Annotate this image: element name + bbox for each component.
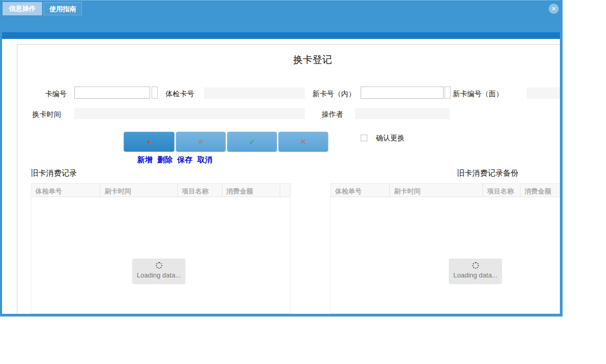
col-item-name[interactable]: 项目名称 [483, 184, 520, 197]
delete-button[interactable]: = [176, 132, 226, 152]
col-amount[interactable]: 消费金额 [520, 184, 562, 197]
table-header-row: 体检单号 刷卡时间 项目名称 消费金额 [31, 184, 290, 197]
minus-icon: = [199, 137, 203, 146]
exam-card-field [204, 88, 305, 99]
cancel-button[interactable]: ✕ [278, 132, 328, 152]
col-amount[interactable]: 消费金额 [222, 184, 280, 197]
col-spacer [280, 184, 290, 197]
add-button[interactable]: + [123, 132, 175, 152]
confirm-replace-checkbox[interactable] [361, 135, 367, 141]
dialog-bottom-border [0, 314, 562, 316]
page-title: 换卡登记 [41, 53, 562, 67]
check-icon: ✓ [249, 137, 256, 146]
close-icon[interactable]: ✕ [549, 4, 559, 14]
card-no-attach-box[interactable] [152, 87, 158, 99]
change-time-field [74, 108, 305, 119]
plus-icon: + [147, 137, 152, 146]
change-time-label: 换卡时间 [32, 110, 61, 119]
col-swipe-time[interactable]: 刷卡时间 [100, 184, 178, 197]
col-exam-order-no[interactable]: 体检单号 [331, 184, 390, 197]
new-card-internal-input[interactable] [361, 87, 444, 99]
tab-user-guide[interactable]: 使用指南 [44, 2, 82, 15]
save-link[interactable]: 保存 [177, 155, 193, 164]
card-replacement-dialog: 换卡录入 ✕ 信息操作 使用指南 换卡登记 卡编号 体检卡号 新卡号（内） 新卡… [0, 0, 562, 316]
col-swipe-time[interactable]: 刷卡时间 [390, 184, 483, 197]
dialog-left-border [0, 0, 2, 316]
loading-indicator: Loading data... [449, 259, 502, 284]
dialog-titlebar [0, 0, 562, 17]
tab-underline-band [0, 32, 562, 39]
dialog-right-border [560, 0, 562, 316]
loading-text: Loading data... [449, 271, 502, 279]
loading-indicator: Loading data... [132, 259, 185, 284]
table-header-row: 体检单号 刷卡时间 项目名称 消费金额 [331, 184, 562, 197]
delete-link[interactable]: 删除 [157, 155, 173, 164]
card-no-input[interactable] [74, 87, 150, 99]
loading-text: Loading data... [132, 271, 185, 279]
new-card-face-field [527, 88, 562, 99]
col-exam-order-no[interactable]: 体检单号 [31, 184, 100, 197]
tab-strip [0, 17, 562, 32]
save-button[interactable]: ✓ [227, 132, 277, 152]
new-card-face-label: 新卡编号（面） [453, 90, 503, 99]
new-card-internal-label: 新卡号（内） [312, 90, 356, 99]
old-card-records-backup-table: 体检单号 刷卡时间 项目名称 消费金额 [330, 183, 562, 314]
new-card-attach-box[interactable] [445, 87, 451, 99]
spinner-icon [472, 262, 479, 269]
cancel-link[interactable]: 取消 [197, 155, 213, 164]
spinner-icon [156, 262, 162, 269]
card-no-label: 卡编号 [31, 90, 67, 99]
operator-field [355, 108, 450, 119]
old-card-records-table: 体检单号 刷卡时间 项目名称 消费金额 [31, 183, 291, 314]
add-link[interactable]: 新增 [137, 155, 153, 164]
old-card-records-backup-title: 旧卡消费记录备份 [330, 168, 562, 178]
confirm-replace-label: 确认更换 [376, 134, 405, 143]
exam-card-label: 体检卡号 [165, 90, 194, 99]
col-item-name[interactable]: 项目名称 [178, 184, 222, 197]
tab-info-operation[interactable]: 信息操作 [3, 2, 42, 15]
operator-label: 操作者 [322, 110, 343, 119]
action-links: 新增删除保存取消 [137, 155, 217, 165]
cross-icon: ✕ [300, 137, 307, 146]
old-card-records-title: 旧卡消费记录 [31, 168, 77, 178]
